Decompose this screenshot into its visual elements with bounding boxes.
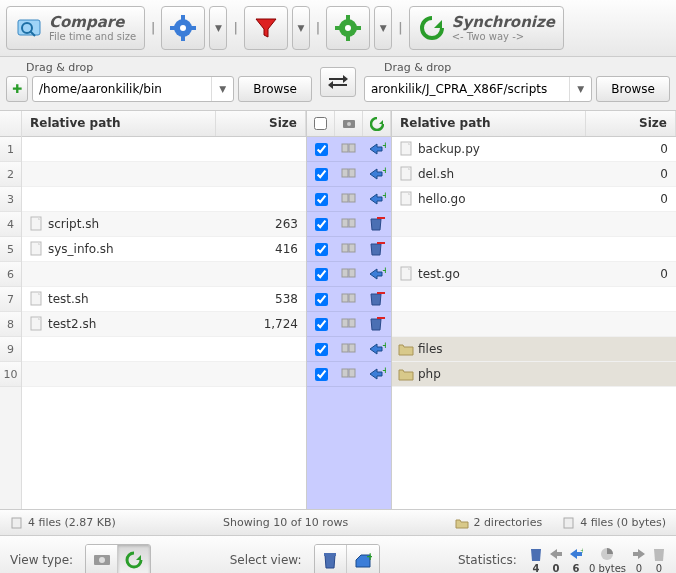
right-browse-button[interactable]: Browse	[596, 76, 670, 102]
row-checkbox[interactable]	[315, 243, 328, 256]
blank-icon	[28, 191, 44, 207]
sync-direction-icon[interactable]: +	[363, 367, 391, 381]
left-path-caret[interactable]: ▼	[211, 77, 233, 101]
category-icon[interactable]	[335, 292, 363, 306]
row-checkbox[interactable]	[315, 268, 328, 281]
toolbar-separator: |	[149, 21, 157, 35]
row-checkbox[interactable]	[315, 218, 328, 231]
row-number[interactable]: 9	[0, 337, 21, 362]
checkbox-header[interactable]	[307, 111, 335, 136]
left-header-path[interactable]: Relative path	[22, 111, 216, 136]
filter-button[interactable]	[244, 6, 288, 50]
row-checkbox[interactable]	[315, 143, 328, 156]
table-row[interactable]: test2.sh1,724	[22, 312, 306, 337]
category-icon[interactable]	[335, 242, 363, 256]
category-icon[interactable]	[335, 267, 363, 281]
row-number[interactable]: 7	[0, 287, 21, 312]
sync-direction-icon[interactable]: +	[363, 342, 391, 356]
compare-subtitle: File time and size	[49, 31, 136, 42]
row-checkbox[interactable]	[315, 343, 328, 356]
plus-icon: ✚	[12, 82, 22, 96]
compare-button[interactable]: Compare File time and size	[6, 6, 145, 50]
right-path-input[interactable]	[365, 77, 569, 101]
table-row[interactable]: test.go0	[392, 262, 676, 287]
svg-text:+: +	[382, 267, 386, 275]
category-header-icon[interactable]	[335, 111, 363, 136]
table-row[interactable]: php	[392, 362, 676, 387]
table-row[interactable]	[392, 287, 676, 312]
action-header-icon[interactable]	[363, 111, 391, 136]
view-category-button[interactable]	[86, 545, 118, 573]
sync-direction-icon[interactable]	[363, 217, 391, 231]
row-number[interactable]: 5	[0, 237, 21, 262]
select-create-button[interactable]: +	[347, 545, 379, 573]
sync-settings-button[interactable]	[326, 6, 370, 50]
table-row[interactable]	[22, 262, 306, 287]
left-header-size[interactable]: Size	[216, 111, 306, 136]
table-row[interactable]	[22, 162, 306, 187]
table-row[interactable]	[392, 237, 676, 262]
svg-rect-34	[349, 244, 355, 252]
right-path-combo[interactable]: ▼	[364, 76, 592, 102]
sync-direction-icon[interactable]: +	[363, 192, 391, 206]
right-path-caret[interactable]: ▼	[569, 77, 591, 101]
table-row[interactable]: hello.go0	[392, 187, 676, 212]
row-number[interactable]: 2	[0, 162, 21, 187]
row-number[interactable]: 8	[0, 312, 21, 337]
drag-drop-label-right: Drag & drop	[364, 61, 670, 74]
table-row[interactable]	[392, 312, 676, 337]
row-checkbox[interactable]	[315, 193, 328, 206]
svg-rect-5	[181, 15, 185, 20]
sync-settings-dropdown[interactable]: ▼	[374, 6, 392, 50]
row-checkbox[interactable]	[315, 368, 328, 381]
table-row[interactable]: test.sh538	[22, 287, 306, 312]
table-row[interactable]: backup.py0	[392, 137, 676, 162]
table-row[interactable]	[22, 187, 306, 212]
sync-direction-icon[interactable]	[363, 242, 391, 256]
row-number[interactable]: 3	[0, 187, 21, 212]
sync-direction-icon[interactable]: +	[363, 267, 391, 281]
view-action-button[interactable]	[118, 545, 150, 573]
left-browse-button[interactable]: Browse	[238, 76, 312, 102]
table-row[interactable]	[22, 362, 306, 387]
row-checkbox[interactable]	[315, 293, 328, 306]
swap-sides-button[interactable]	[320, 67, 356, 97]
add-pair-left-button[interactable]: ✚	[6, 76, 28, 102]
right-header-size[interactable]: Size	[586, 111, 676, 136]
table-row[interactable]	[22, 337, 306, 362]
category-icon[interactable]	[335, 367, 363, 381]
category-icon[interactable]	[335, 192, 363, 206]
row-checkbox[interactable]	[315, 318, 328, 331]
svg-rect-28	[349, 194, 355, 202]
table-row[interactable]: script.sh263	[22, 212, 306, 237]
left-path-input[interactable]	[33, 77, 211, 101]
right-header-path[interactable]: Relative path	[392, 111, 586, 136]
row-number[interactable]: 6	[0, 262, 21, 287]
synchronize-button[interactable]: Synchronize <- Two way ->	[409, 6, 564, 50]
table-row[interactable]: files	[392, 337, 676, 362]
filter-dropdown[interactable]: ▼	[292, 6, 310, 50]
left-path-combo[interactable]: ▼	[32, 76, 234, 102]
sync-direction-icon[interactable]	[363, 292, 391, 306]
category-icon[interactable]	[335, 167, 363, 181]
file-icon	[28, 216, 44, 232]
row-checkbox[interactable]	[315, 168, 328, 181]
category-icon[interactable]	[335, 217, 363, 231]
row-number[interactable]: 10	[0, 362, 21, 387]
category-icon[interactable]	[335, 142, 363, 156]
select-delete-button[interactable]	[315, 545, 347, 573]
file-name: backup.py	[418, 142, 480, 156]
settings-button[interactable]	[161, 6, 205, 50]
table-row[interactable]	[22, 137, 306, 162]
table-row[interactable]: del.sh0	[392, 162, 676, 187]
sync-direction-icon[interactable]: +	[363, 167, 391, 181]
category-icon[interactable]	[335, 317, 363, 331]
settings-dropdown[interactable]: ▼	[209, 6, 227, 50]
row-number[interactable]: 4	[0, 212, 21, 237]
category-icon[interactable]	[335, 342, 363, 356]
sync-direction-icon[interactable]	[363, 317, 391, 331]
sync-direction-icon[interactable]: +	[363, 142, 391, 156]
table-row[interactable]: sys_info.sh416	[22, 237, 306, 262]
table-row[interactable]	[392, 212, 676, 237]
row-number[interactable]: 1	[0, 137, 21, 162]
